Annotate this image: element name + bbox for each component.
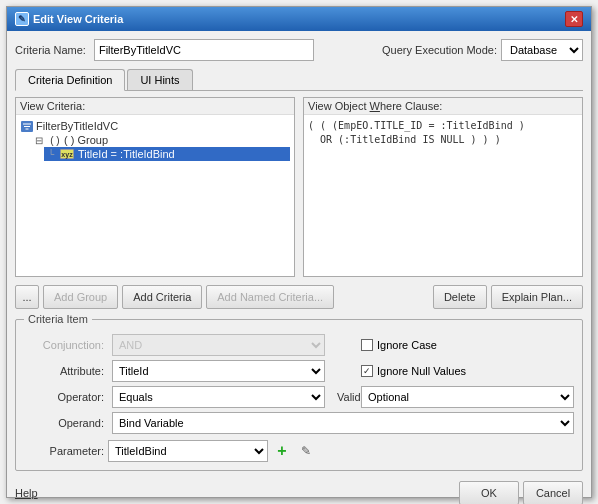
tab-ui-hints[interactable]: UI Hints — [127, 69, 192, 90]
help-button[interactable]: Help — [15, 487, 38, 499]
criteria-icon: xyz — [60, 149, 74, 159]
titlebar-left: ✎ Edit View Criteria — [15, 12, 123, 26]
group-icon: ( ) — [48, 134, 62, 146]
bottom-row: Help OK Cancel — [15, 477, 583, 504]
tree-criteria-label: TitleId = :TitleIdBind — [78, 148, 175, 160]
delete-button[interactable]: Delete — [433, 285, 487, 309]
window-icon: ✎ — [15, 12, 29, 26]
add-group-button[interactable]: Add Group — [43, 285, 118, 309]
criteria-name-label: Criteria Name: — [15, 44, 86, 56]
main-window: ✎ Edit View Criteria ✕ Criteria Name: Qu… — [6, 6, 592, 498]
view-criteria-content: FilterByTitleIdVC ⊟ ( ) ( ) Group └ xyz … — [16, 115, 294, 276]
query-mode-row: Query Execution Mode: Database In Memory… — [382, 39, 583, 61]
add-named-criteria-button[interactable]: Add Named Criteria... — [206, 285, 334, 309]
explain-plan-button[interactable]: Explain Plan... — [491, 285, 583, 309]
validation-select[interactable]: Optional Required Always — [361, 386, 574, 408]
ok-button[interactable]: OK — [459, 481, 519, 504]
operator-select[interactable]: Equals — [112, 386, 325, 408]
cancel-button[interactable]: Cancel — [523, 481, 583, 504]
tree-item-root[interactable]: FilterByTitleIdVC — [20, 119, 290, 133]
tabs-row: Criteria Definition UI Hints — [15, 69, 583, 91]
ignore-case-label: Ignore Case — [377, 339, 437, 351]
criteria-name-input[interactable] — [94, 39, 314, 61]
where-clause-panel: View Object Where Clause: ( ( (EmpEO.TIT… — [303, 97, 583, 277]
ignore-case-checkbox[interactable] — [361, 339, 373, 351]
criteria-form: Conjunction: AND Ignore Case Attribute: … — [24, 334, 574, 434]
view-criteria-label: View Criteria: — [16, 98, 294, 115]
main-panels: View Criteria: FilterByTitleIdVC — [15, 97, 583, 277]
conjunction-label: Conjunction: — [24, 339, 104, 351]
tab-criteria-definition[interactable]: Criteria Definition — [15, 69, 125, 91]
criteria-item-title: Criteria Item — [24, 313, 92, 325]
line-icon: └ — [44, 148, 58, 160]
ignore-null-row: Ignore Null Values — [361, 365, 574, 377]
tree-item-criteria[interactable]: └ xyz TitleId = :TitleIdBind — [44, 147, 290, 161]
tree-item-group[interactable]: ⊟ ( ) ( ) Group — [32, 133, 290, 147]
ignore-case-row: Ignore Case — [361, 339, 574, 351]
parameter-select[interactable]: TitleIdBind — [108, 440, 268, 462]
where-clause-content: ( ( (EmpEO.TITLE_ID = :TitleIdBind ) OR … — [304, 115, 582, 276]
conjunction-select[interactable]: AND — [112, 334, 325, 356]
close-button[interactable]: ✕ — [565, 11, 583, 27]
parameter-row: Parameter: TitleIdBind + ✎ — [24, 440, 574, 462]
toolbar-row: ... Add Group Add Criteria Add Named Cri… — [15, 285, 583, 309]
attribute-label: Attribute: — [24, 365, 104, 377]
filter-icon — [20, 120, 34, 132]
tree-group-label: ( ) Group — [64, 134, 108, 146]
parameter-label: Parameter: — [24, 445, 104, 457]
query-mode-select[interactable]: Database In Memory Both — [501, 39, 583, 61]
tree-root-label: FilterByTitleIdVC — [36, 120, 118, 132]
edit-parameter-button[interactable]: ✎ — [296, 441, 316, 461]
view-criteria-panel: View Criteria: FilterByTitleIdVC — [15, 97, 295, 277]
titlebar: ✎ Edit View Criteria ✕ — [7, 7, 591, 31]
where-clause-label: View Object Where Clause: — [304, 98, 582, 115]
query-mode-label: Query Execution Mode: — [382, 44, 497, 56]
operand-select[interactable]: Bind Variable Literal Parameter — [112, 412, 574, 434]
top-row: Criteria Name: Query Execution Mode: Dat… — [15, 39, 583, 61]
ignore-null-checkbox[interactable] — [361, 365, 373, 377]
ignore-null-label: Ignore Null Values — [377, 365, 466, 377]
attribute-select[interactable]: TitleId — [112, 360, 325, 382]
window-content: Criteria Name: Query Execution Mode: Dat… — [7, 31, 591, 504]
operator-label: Operator: — [24, 391, 104, 403]
operand-label: Operand: — [24, 417, 104, 429]
add-parameter-button[interactable]: + — [272, 441, 292, 461]
window-title: Edit View Criteria — [33, 13, 123, 25]
expand-icon: ⊟ — [32, 134, 46, 146]
validation-label: Validation: — [337, 391, 353, 403]
criteria-item-section: Criteria Item Conjunction: AND Ignore Ca… — [15, 319, 583, 471]
add-criteria-button[interactable]: Add Criteria — [122, 285, 202, 309]
ellipsis-button[interactable]: ... — [15, 285, 39, 309]
